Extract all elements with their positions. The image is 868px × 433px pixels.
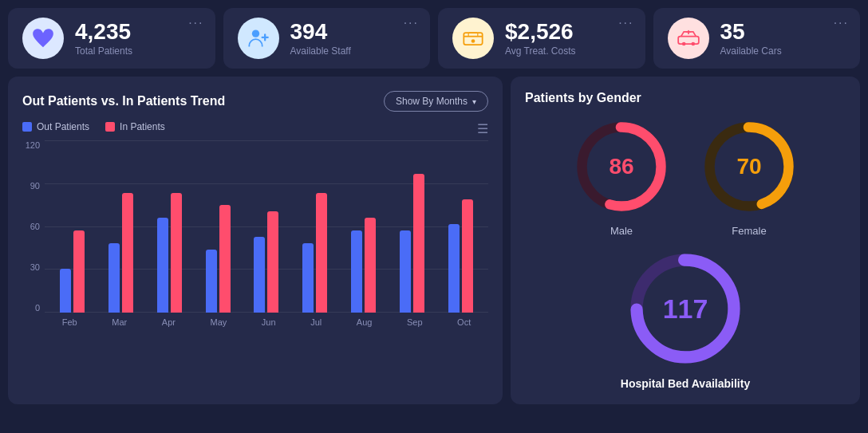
in-patients-legend-label: In Patients (120, 121, 165, 132)
bar-out-sep (400, 230, 411, 313)
bar-in-aug (365, 218, 376, 313)
stat-info-total-patients: 4,235 Total Patients (75, 20, 132, 57)
stat-info-available-cars: 35 Available Cars (720, 20, 782, 57)
chart-inner: FebMarAprMayJunJulAugSepOct (45, 140, 488, 332)
in-patients-dot (105, 122, 115, 132)
avg-treat-costs-number: $2,526 (505, 20, 575, 45)
male-label: Male (610, 225, 633, 237)
y-label-0: 0 (35, 303, 40, 313)
chart-menu-icon[interactable]: ☰ (477, 121, 488, 136)
bar-group-aug (351, 218, 376, 313)
bar-in-jun (267, 211, 278, 313)
legend-in-patients: In Patients (105, 121, 165, 132)
y-axis: 120 90 60 30 0 (22, 140, 45, 332)
bar-in-jul (316, 193, 327, 313)
female-value: 70 (736, 154, 761, 179)
total-patients-icon (22, 18, 64, 59)
svg-point-2 (471, 39, 475, 43)
bar-out-jun (254, 237, 265, 313)
avg-treat-costs-icon (452, 18, 494, 59)
out-patients-dot (22, 122, 32, 132)
chart-panel: Out Patients vs. In Patients Trend Show … (8, 77, 503, 404)
y-label-60: 60 (30, 222, 40, 231)
svg-rect-1 (464, 33, 482, 45)
stat-card-available-cars: ··· 35 Available Cars (653, 8, 861, 69)
bar-group-may (206, 205, 231, 313)
available-staff-icon (238, 18, 279, 59)
stat-info-available-staff: 394 Available Staff (290, 20, 351, 57)
hospital-bed-value: 117 (663, 293, 708, 325)
show-by-button[interactable]: Show By Months (384, 91, 488, 112)
bar-out-jul (302, 243, 314, 313)
gender-donut-row: 86 Male 70 Female (525, 115, 846, 237)
stat-menu-dots[interactable]: ··· (188, 16, 203, 30)
bar-group-mar (108, 193, 133, 313)
total-patients-number: 4,235 (75, 20, 132, 45)
bar-chart-section: Out Patients In Patients ☰ 120 90 (22, 121, 488, 332)
available-cars-icon (668, 18, 709, 59)
stat-card-total-patients: ··· 4,235 Total Patients (8, 8, 215, 69)
bar-out-aug (351, 230, 362, 313)
bar-out-may (206, 250, 217, 313)
male-value: 86 (609, 154, 633, 179)
bar-group-oct (448, 199, 473, 313)
gender-title: Patients by Gender (525, 91, 641, 105)
chart-legend: Out Patients In Patients ☰ (22, 121, 488, 132)
stat-menu-dots-4[interactable]: ··· (834, 16, 849, 30)
x-label-mar: Mar (112, 317, 127, 327)
female-donut-item: 70 Female (697, 115, 801, 237)
x-label-jul: Jul (310, 317, 322, 327)
male-donut-item: 86 Male (570, 115, 673, 237)
stats-row: ··· 4,235 Total Patients ··· 3 (8, 8, 860, 69)
bar-in-apr (171, 193, 182, 313)
x-label-aug: Aug (357, 317, 373, 327)
hospital-bed-label: Hospital Bed Availability (621, 377, 750, 390)
hospital-bed-donut: 117 (621, 245, 749, 372)
bar-in-feb (73, 230, 85, 313)
bar-group-apr (157, 193, 182, 313)
dashboard: ··· 4,235 Total Patients ··· 3 (0, 0, 868, 412)
stat-card-available-staff: ··· 394 Available Staff (223, 8, 431, 69)
available-staff-label: Available Staff (290, 45, 351, 57)
female-donut: 70 (697, 115, 801, 218)
avg-treat-costs-label: Avg Treat. Costs (505, 45, 575, 57)
bar-group-sep (400, 174, 424, 313)
chart-bottom: Out Patients In Patients ☰ 120 90 (22, 121, 488, 332)
y-label-30: 30 (30, 262, 40, 272)
bar-group-feb (60, 230, 85, 313)
total-patients-label: Total Patients (75, 45, 132, 57)
female-label: Female (732, 225, 766, 237)
legend-out-patients: Out Patients (22, 121, 89, 132)
stat-menu-dots-2[interactable]: ··· (404, 16, 419, 30)
bars-row (45, 140, 488, 313)
bar-out-oct (448, 224, 460, 313)
chart-title: Out Patients vs. In Patients Trend (22, 94, 225, 108)
x-label-apr: Apr (162, 317, 176, 327)
out-patients-legend-label: Out Patients (37, 121, 89, 132)
chart-panel-header: Out Patients vs. In Patients Trend Show … (22, 91, 488, 112)
bottom-row: Out Patients vs. In Patients Trend Show … (8, 77, 860, 404)
svg-rect-3 (678, 37, 699, 44)
stat-menu-dots-3[interactable]: ··· (618, 16, 633, 30)
x-label-sep: Sep (407, 317, 423, 327)
x-label-may: May (211, 317, 227, 327)
bar-in-mar (122, 193, 133, 313)
x-labels: FebMarAprMayJunJulAugSepOct (45, 313, 488, 332)
svg-point-5 (691, 42, 695, 46)
x-label-feb: Feb (62, 317, 77, 327)
stat-card-avg-treat-costs: ··· $2,526 Avg Treat. Costs (438, 8, 645, 69)
hospital-bed-section: 117 Hospital Bed Availability (525, 245, 846, 390)
available-cars-label: Available Cars (720, 45, 782, 57)
bar-out-apr (157, 218, 168, 313)
right-panel: Patients by Gender 86 Male (511, 77, 860, 404)
x-label-jun: Jun (262, 317, 276, 327)
x-label-oct: Oct (457, 317, 471, 327)
y-label-90: 90 (30, 181, 40, 191)
svg-point-4 (681, 42, 685, 46)
svg-point-0 (251, 30, 258, 37)
bar-in-sep (413, 174, 424, 313)
y-label-120: 120 (26, 140, 40, 150)
gender-panel-header: Patients by Gender (525, 91, 846, 105)
bar-in-may (219, 205, 231, 313)
bar-group-jul (302, 193, 327, 313)
